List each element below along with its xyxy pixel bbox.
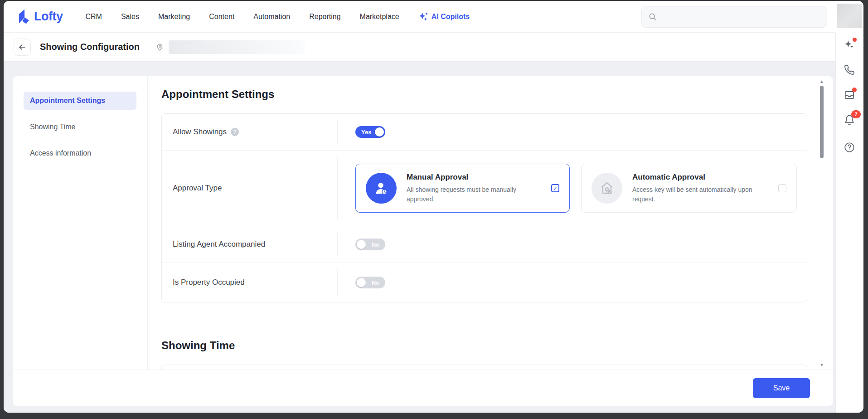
approval-type-control: Manual Approval All showing requests mus… (337, 151, 807, 226)
question-circle-icon (844, 141, 855, 153)
settings-content: Appointment Settings Allow Showings ? (148, 76, 833, 370)
scrollbar-thumb[interactable] (820, 86, 824, 158)
title-divider (148, 42, 148, 52)
search-input[interactable] (662, 13, 820, 20)
save-button[interactable]: Save (753, 378, 810, 398)
nav-item-marketing[interactable]: Marketing (158, 13, 190, 21)
notification-count-badge: 7 (851, 110, 861, 118)
search-icon (648, 12, 657, 21)
settings-sidebar: Appointment Settings Showing Time Access… (13, 76, 148, 370)
back-button[interactable] (14, 39, 31, 56)
page-title: Showing Configuration (40, 42, 140, 52)
user-avatar[interactable] (837, 4, 862, 28)
allow-showings-toggle[interactable]: Yes (355, 126, 385, 138)
arrow-left-icon (18, 43, 27, 52)
nav-item-ai-copilots[interactable]: AI Copilots (418, 12, 470, 22)
sidebar-item-appointment-settings[interactable]: Appointment Settings (24, 92, 136, 110)
property-occupied-row: Is Property Occupied No (162, 263, 807, 302)
automatic-approval-title: Automatic Approval (632, 173, 760, 182)
sparkle-icon (418, 12, 428, 22)
toggle-knob (375, 127, 384, 136)
allow-showings-row: Allow Showings ? Yes (162, 114, 807, 151)
nav-links: CRM Sales Marketing Content Automation R… (85, 13, 399, 21)
nav-item-crm[interactable]: CRM (85, 13, 102, 21)
automatic-approval-checkbox[interactable] (778, 184, 786, 192)
toggle-on-label: Yes (361, 129, 371, 136)
manual-approval-checkbox[interactable]: ✓ (551, 184, 559, 192)
approval-options: Manual Approval All showing requests mus… (355, 164, 797, 213)
toggle-knob (357, 240, 366, 249)
lofty-logo-icon (16, 8, 31, 26)
notifications-button[interactable]: 7 (844, 114, 855, 126)
appointment-settings-card: Allow Showings ? Yes (161, 113, 807, 302)
section-divider (161, 319, 807, 319)
configuration-panel: Appointment Settings Showing Time Access… (13, 76, 833, 406)
nav-item-reporting[interactable]: Reporting (309, 13, 340, 21)
manual-approval-title: Manual Approval (407, 173, 534, 182)
sidebar-item-access-information[interactable]: Access information (24, 144, 136, 162)
listing-agent-toggle[interactable]: No (355, 239, 385, 250)
toggle-knob (357, 278, 366, 287)
manual-approval-card[interactable]: Manual Approval All showing requests mus… (355, 164, 570, 213)
notification-dot (853, 38, 857, 42)
ai-assistant-button[interactable] (844, 39, 855, 50)
top-navbar: Lofty CRM Sales Marketing Content Automa… (4, 1, 835, 33)
automatic-approval-desc: Access key will be sent automatically up… (632, 185, 760, 204)
lofty-logo[interactable]: Lofty (16, 8, 63, 26)
allow-showings-label-wrap: Allow Showings ? (162, 114, 337, 150)
allow-showings-label: Allow Showings (173, 127, 227, 136)
listing-agent-row: Listing Agent Accompanied No (162, 226, 807, 263)
property-occupied-label: Is Property Occupied (173, 278, 245, 287)
inbox-button[interactable] (844, 89, 855, 101)
approval-type-label: Approval Type (173, 184, 222, 193)
approval-type-label-wrap: Approval Type (162, 151, 337, 226)
phone-button[interactable] (844, 64, 855, 76)
sidebar-item-showing-time[interactable]: Showing Time (24, 118, 136, 136)
toggle-off-label: No (372, 279, 379, 286)
property-address-redacted (169, 40, 305, 54)
manual-approval-desc: All showing requests must be manually ap… (407, 185, 534, 204)
right-utility-rail: 7 (835, 1, 863, 413)
scrollbar-up-arrow[interactable]: ▲ (819, 78, 825, 84)
global-search[interactable] (641, 6, 827, 28)
location-pin-icon (155, 43, 164, 51)
notification-dot (852, 88, 857, 92)
vertical-scrollbar[interactable]: ▲ ▼ (819, 77, 825, 369)
approval-type-row: Approval Type (162, 151, 807, 226)
panel-footer: Save (13, 370, 833, 406)
scrollbar-down-arrow[interactable]: ▼ (819, 361, 825, 368)
page-background: Appointment Settings Showing Time Access… (4, 62, 835, 413)
toggle-off-label: No (372, 241, 379, 248)
allow-showings-control: Yes (337, 114, 807, 150)
manual-approval-text: Manual Approval All showing requests mus… (407, 173, 534, 204)
rail-border (835, 33, 836, 413)
property-occupied-label-wrap: Is Property Occupied (162, 263, 337, 302)
nav-item-marketplace[interactable]: Marketplace (360, 13, 399, 21)
lofty-logo-text: Lofty (34, 10, 63, 24)
manual-approval-icon (366, 173, 397, 204)
listing-agent-label: Listing Agent Accompanied (173, 240, 265, 249)
nav-item-sales[interactable]: Sales (121, 13, 139, 21)
help-button[interactable] (844, 141, 855, 153)
help-icon[interactable]: ? (231, 128, 239, 136)
breadcrumb-bar: Showing Configuration (4, 33, 835, 62)
listing-agent-control: No (337, 226, 807, 263)
app-window: Lofty CRM Sales Marketing Content Automa… (4, 1, 863, 413)
automatic-approval-text: Automatic Approval Access key will be se… (632, 173, 760, 204)
automatic-approval-icon (592, 173, 622, 204)
property-occupied-toggle[interactable]: No (355, 277, 385, 288)
nav-item-automation[interactable]: Automation (253, 13, 290, 21)
automatic-approval-card[interactable]: Automatic Approval Access key will be se… (581, 164, 797, 213)
panel-body: Appointment Settings Showing Time Access… (13, 76, 833, 370)
appointment-settings-heading: Appointment Settings (161, 88, 807, 101)
showing-time-card-partial (161, 365, 807, 370)
listing-agent-label-wrap: Listing Agent Accompanied (162, 226, 337, 263)
showing-time-heading: Showing Time (161, 339, 807, 352)
phone-icon (844, 64, 855, 76)
property-occupied-control: No (337, 263, 807, 302)
ai-copilots-label: AI Copilots (432, 13, 470, 21)
nav-item-content[interactable]: Content (209, 13, 234, 21)
settings-scroll-area: Appointment Settings Allow Showings ? (148, 76, 833, 370)
